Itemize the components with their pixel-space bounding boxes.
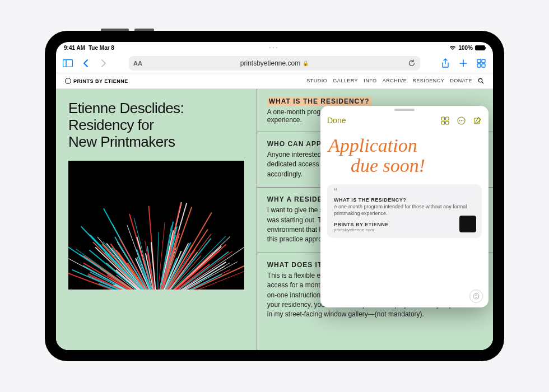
done-button[interactable]: Done bbox=[327, 116, 346, 125]
webpage: PRINTS BY ETIENNE STUDIO GALLERY INFO AR… bbox=[56, 73, 493, 350]
svg-rect-10 bbox=[441, 121, 445, 124]
handwriting-line-1: Application bbox=[328, 136, 481, 156]
section-title: WHAT IS THE RESIDENCY? bbox=[267, 97, 371, 106]
screen: 9:41 AM Tue Mar 8 ••• 100% AA bbox=[56, 42, 493, 350]
new-tab-button[interactable] bbox=[457, 57, 469, 69]
forward-button bbox=[97, 57, 110, 69]
gallery-icon[interactable] bbox=[441, 116, 449, 125]
clip-source: PRINTS BY ETIENNE bbox=[334, 222, 475, 227]
lock-icon: 🔒 bbox=[303, 60, 309, 66]
content-right-column: WHAT IS THE RESIDENCY? A one-month progr… bbox=[257, 89, 493, 350]
svg-rect-3 bbox=[482, 59, 485, 63]
nav-donate[interactable]: DONATE bbox=[450, 78, 472, 84]
clip-desc: A one-month program intended for those w… bbox=[334, 204, 475, 217]
reader-aa-button[interactable]: AA bbox=[133, 60, 142, 67]
back-button[interactable] bbox=[80, 57, 92, 69]
svg-point-14 bbox=[461, 120, 462, 121]
share-button[interactable] bbox=[439, 57, 452, 69]
more-icon[interactable] bbox=[457, 116, 466, 125]
safari-toolbar: AA printsbyetienne.com 🔒 bbox=[56, 53, 493, 73]
svg-rect-11 bbox=[446, 121, 449, 124]
clip-title: WHAT IS THE RESIDENCY? bbox=[334, 197, 475, 203]
content-left-column: Etienne Desclides: Residency for New Pri… bbox=[56, 89, 257, 350]
quick-note-body[interactable]: Application due soon! “ WHAT IS THE RESI… bbox=[320, 130, 488, 307]
url-bar[interactable]: AA printsbyetienne.com 🔒 bbox=[129, 56, 420, 71]
site-nav: PRINTS BY ETIENNE STUDIO GALLERY INFO AR… bbox=[56, 73, 493, 89]
svg-rect-5 bbox=[482, 64, 485, 67]
nav-gallery[interactable]: GALLERY bbox=[333, 78, 358, 84]
clip-thumbnail bbox=[459, 216, 476, 232]
svg-rect-0 bbox=[63, 59, 73, 67]
quote-mark-icon: “ bbox=[334, 190, 475, 195]
svg-line-7 bbox=[482, 82, 483, 83]
handwriting-line-2: due soon! bbox=[328, 156, 481, 176]
status-time: 9:41 AM bbox=[64, 45, 85, 51]
battery-icon bbox=[475, 45, 485, 50]
page-content: Etienne Desclides: Residency for New Pri… bbox=[56, 89, 493, 350]
battery-percent: 100% bbox=[458, 45, 473, 51]
logo-mark-icon bbox=[65, 78, 71, 84]
page-headline: Etienne Desclides: Residency for New Pri… bbox=[68, 100, 244, 151]
site-links: STUDIO GALLERY INFO ARCHIVE RESIDENCY DO… bbox=[306, 78, 484, 84]
nav-archive[interactable]: ARCHIVE bbox=[383, 78, 407, 84]
svg-point-15 bbox=[463, 120, 464, 121]
sidebar-icon[interactable] bbox=[62, 57, 74, 69]
compose-icon[interactable] bbox=[473, 116, 482, 125]
handwritten-note: Application due soon! bbox=[327, 132, 482, 179]
artwork-image bbox=[68, 161, 244, 290]
svg-rect-8 bbox=[441, 117, 445, 120]
svg-rect-4 bbox=[477, 64, 481, 67]
site-logo[interactable]: PRINTS BY ETIENNE bbox=[65, 78, 128, 84]
wifi-icon bbox=[449, 45, 456, 50]
svg-rect-2 bbox=[477, 59, 481, 63]
svg-rect-9 bbox=[446, 117, 449, 120]
svg-point-13 bbox=[459, 120, 460, 121]
svg-point-6 bbox=[478, 78, 482, 82]
ipad-device-frame: 9:41 AM Tue Mar 8 ••• 100% AA bbox=[45, 31, 504, 361]
site-brand: PRINTS BY ETIENNE bbox=[73, 78, 128, 84]
multitask-dots[interactable]: ••• bbox=[269, 46, 280, 49]
quote-clip-card[interactable]: “ WHAT IS THE RESIDENCY? A one-month pro… bbox=[327, 184, 482, 237]
clip-source-url: printsbyetienne.com bbox=[334, 227, 475, 232]
expand-button[interactable] bbox=[469, 290, 483, 303]
tabs-button[interactable] bbox=[475, 57, 487, 69]
nav-studio[interactable]: STUDIO bbox=[306, 78, 327, 84]
volume-button bbox=[134, 29, 154, 31]
status-bar: 9:41 AM Tue Mar 8 ••• 100% bbox=[56, 42, 493, 53]
nav-info[interactable]: INFO bbox=[364, 78, 377, 84]
search-icon[interactable] bbox=[478, 78, 484, 84]
reload-button[interactable] bbox=[408, 59, 416, 67]
quick-note-toolbar: Done bbox=[320, 111, 488, 130]
nav-residency[interactable]: RESIDENCY bbox=[412, 78, 444, 84]
status-date: Tue Mar 8 bbox=[89, 45, 114, 51]
power-button bbox=[101, 29, 129, 31]
quick-note-panel[interactable]: Done Application due soon! bbox=[320, 106, 488, 307]
url-text: printsbyetienne.com bbox=[240, 59, 300, 67]
